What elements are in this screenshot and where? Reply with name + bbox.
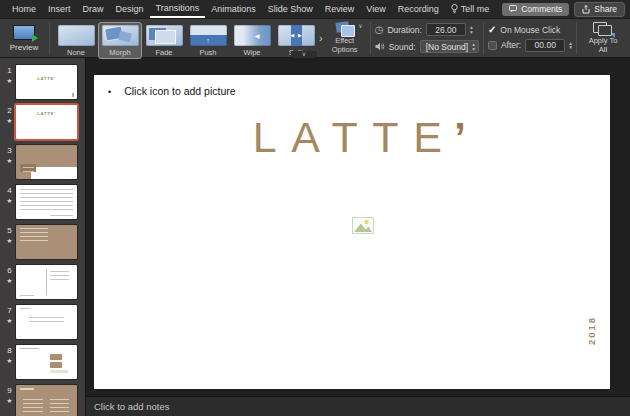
slide-thumbnail-2-selected[interactable]: LATTE’: [16, 105, 77, 139]
after-stepper[interactable]: ▴ ▾: [569, 41, 572, 50]
powerpoint-window: Home Insert Draw Design Transitions Anim…: [0, 0, 630, 416]
push-arrow-icon: ↑: [190, 36, 227, 47]
transition-fade[interactable]: Fade: [142, 22, 186, 59]
transition-star-icon: ★: [7, 117, 13, 124]
transition-none-icon: [58, 25, 95, 46]
menu-recording[interactable]: Recording: [392, 0, 445, 18]
insert-picture-icon[interactable]: [352, 217, 374, 234]
slide-thumbnail-7[interactable]: [16, 305, 77, 339]
menu-slide-show[interactable]: Slide Show: [262, 0, 319, 18]
menu-insert[interactable]: Insert: [42, 0, 77, 18]
thumb-decoration: [46, 269, 47, 295]
transition-fade-icon: [146, 25, 183, 46]
comments-label: Comments: [521, 4, 562, 14]
slide-thumbnail-5[interactable]: [16, 225, 77, 259]
transition-gallery: None Morph Fade ↑ Push ◀ Wipe: [54, 19, 318, 57]
thumb-decoration: [20, 295, 33, 296]
slide-number: 1: [7, 66, 11, 75]
preview-label: Preview: [10, 43, 38, 52]
thumb-decoration: [50, 362, 62, 368]
after-input[interactable]: 00.00: [525, 39, 565, 52]
slide-thumbnail-9[interactable]: [16, 385, 77, 416]
share-label: Share: [594, 4, 617, 14]
split-arrows-icon: ◀▶: [278, 25, 315, 46]
slide-number: 6: [7, 266, 11, 275]
transition-star-icon: ★: [7, 197, 13, 204]
notes-pane[interactable]: Click to add notes: [86, 396, 630, 416]
lightbulb-icon: [451, 4, 458, 14]
apply-to-all-button[interactable]: Apply To All: [581, 19, 625, 57]
apply-arrow-icon: [610, 33, 615, 38]
menu-home[interactable]: Home: [6, 0, 42, 18]
gallery-expand-button[interactable]: ∨: [291, 51, 317, 58]
thumb-decoration: [72, 93, 74, 97]
sound-stepper[interactable]: ▴ ▾: [472, 42, 475, 51]
transition-star-icon: ★: [7, 317, 13, 324]
slide-thumbnail-6[interactable]: [16, 265, 77, 299]
slide-thumbnail-3[interactable]: [16, 145, 77, 179]
slide-year[interactable]: 2018: [586, 313, 597, 349]
menu-tabs: Home Insert Draw Design Transitions Anim…: [6, 0, 495, 18]
duration-stepper[interactable]: ▴ ▾: [470, 25, 473, 34]
thumb-decoration: [50, 370, 68, 373]
sound-dropdown[interactable]: [No Sound] ▴ ▾: [420, 40, 479, 53]
slide-thumbnail-4[interactable]: [16, 185, 77, 219]
transition-star-icon: ★: [7, 157, 13, 164]
duration-input[interactable]: 26.00: [426, 23, 466, 36]
after-label: After:: [501, 40, 521, 50]
transition-morph[interactable]: Morph: [98, 22, 142, 59]
thumb-decoration: [20, 228, 47, 242]
clock-icon: ◷: [375, 25, 384, 35]
title-quote-mark: ’: [454, 113, 466, 161]
menu-design[interactable]: Design: [110, 0, 150, 18]
effect-options-button[interactable]: ∨ Effect Options: [324, 19, 366, 57]
effect-options-icon: ∨: [334, 21, 356, 36]
transitions-ribbon: Preview None Morph Fade ↑ Push: [0, 18, 630, 58]
share-button[interactable]: Share: [575, 3, 624, 16]
slide-title[interactable]: LATTE’: [94, 113, 610, 162]
slide-3-item: 3 ★: [3, 145, 85, 179]
placeholder-label: Click icon to add picture: [124, 85, 235, 97]
thumb-decoration: [50, 271, 70, 281]
picture-placeholder-text[interactable]: • Click icon to add picture: [108, 85, 236, 97]
slide-number: 4: [7, 186, 11, 195]
stepper-down-icon[interactable]: ▾: [569, 45, 572, 50]
menu-transitions[interactable]: Transitions: [150, 0, 206, 18]
on-mouse-click-checkbox[interactable]: ✓: [488, 25, 496, 35]
gallery-scroll-right[interactable]: ›: [319, 32, 323, 44]
slide-8-item: 8 ★: [3, 345, 85, 379]
thumb-decoration: [20, 164, 35, 172]
slide-6-item: 6 ★: [3, 265, 85, 299]
slide-thumbnail-8[interactable]: [16, 345, 77, 379]
stepper-down-icon[interactable]: ▾: [472, 47, 475, 52]
advance-slide-group: ✓ On Mouse Click After: 00.00 ▴ ▾: [488, 19, 572, 57]
transition-star-icon: ★: [7, 397, 13, 404]
preview-button[interactable]: Preview: [3, 19, 45, 57]
after-checkbox[interactable]: [488, 41, 497, 50]
menu-review[interactable]: Review: [319, 0, 361, 18]
speaker-icon: [375, 42, 385, 51]
slide-thumbnail-1[interactable]: LATTE’: [16, 65, 77, 99]
bullet-icon: •: [108, 87, 111, 97]
transition-none[interactable]: None: [54, 22, 98, 59]
transition-split-icon: ◀▶: [278, 25, 315, 46]
slide-editor[interactable]: • Click icon to add picture LATTE’ 2018: [94, 75, 610, 389]
wipe-arrow-icon: ◀: [234, 25, 271, 46]
on-mouse-click-label[interactable]: On Mouse Click: [500, 25, 560, 35]
transition-star-icon: ★: [7, 277, 13, 284]
transition-star-icon: ★: [7, 357, 13, 364]
transition-wipe[interactable]: ◀ Wipe: [230, 22, 274, 59]
apply-to-all-label: Apply To All: [587, 37, 619, 54]
chevron-down-icon: ∨: [358, 22, 362, 29]
sound-label: Sound:: [389, 42, 416, 52]
menu-view[interactable]: View: [360, 0, 391, 18]
slide-5-item: 5 ★: [3, 225, 85, 259]
stepper-down-icon[interactable]: ▾: [470, 30, 473, 35]
slide-7-item: 7 ★: [3, 305, 85, 339]
sound-value: [No Sound]: [426, 42, 469, 52]
transition-push[interactable]: ↑ Push: [186, 22, 230, 59]
menu-animations[interactable]: Animations: [205, 0, 262, 18]
tell-me[interactable]: Tell me: [445, 0, 496, 18]
menu-draw[interactable]: Draw: [77, 0, 110, 18]
comments-button[interactable]: Comments: [502, 3, 569, 16]
